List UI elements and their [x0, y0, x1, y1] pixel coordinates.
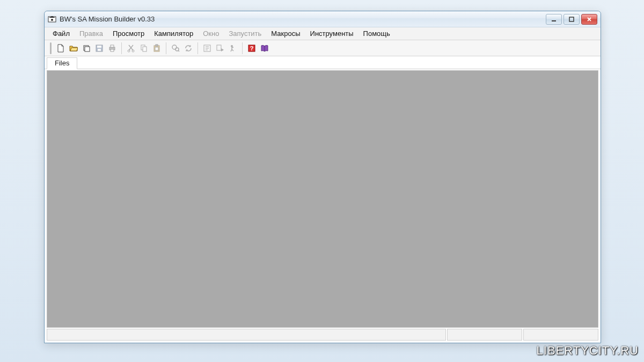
find-icon [171, 44, 180, 53]
menu-item-6[interactable]: Макросы [266, 28, 305, 39]
window-title: BW's SA Mission Builder v0.33 [60, 15, 543, 23]
menu-item-5: Запустить [224, 28, 266, 39]
menu-item-4: Окно [198, 28, 224, 39]
status-pane-3 [523, 329, 598, 341]
run-icon [229, 44, 237, 53]
svg-rect-5 [85, 47, 90, 51]
close-button[interactable] [581, 14, 597, 25]
svg-rect-3 [569, 17, 574, 21]
compile-icon [203, 44, 211, 53]
refresh-icon [184, 44, 193, 53]
menu-item-1: Правка [75, 28, 108, 39]
compile-run-icon [216, 44, 224, 53]
menu-item-0[interactable]: Файл [48, 28, 75, 39]
run-button [227, 42, 239, 54]
tab-files[interactable]: Files [47, 57, 77, 69]
new-file-icon [56, 44, 65, 53]
print-button [106, 42, 118, 54]
toolbar: ? [45, 40, 601, 56]
new-file-button[interactable] [55, 42, 67, 54]
svg-point-1 [51, 19, 53, 21]
menubar: ФайлПравкаПросмотрКампиляторОкноЗапустит… [45, 27, 601, 40]
svg-rect-2 [552, 20, 556, 21]
svg-rect-22 [217, 45, 221, 50]
open-file-icon [69, 44, 78, 53]
svg-rect-18 [155, 47, 158, 50]
compile-button [201, 42, 213, 54]
book-icon [260, 44, 269, 53]
app-icon [48, 15, 56, 24]
status-pane-1 [47, 329, 446, 341]
menu-item-8[interactable]: Помощь [358, 28, 395, 39]
svg-rect-11 [111, 49, 114, 51]
statusbar [47, 329, 598, 341]
menu-item-3[interactable]: Кампилятор [149, 28, 198, 39]
menu-item-7[interactable]: Инструменты [305, 28, 358, 39]
svg-text:?: ? [250, 45, 254, 51]
toolbar-separator [197, 42, 198, 54]
svg-rect-8 [98, 49, 101, 51]
save-button [93, 42, 105, 54]
open-multi-button[interactable] [80, 42, 92, 54]
svg-point-23 [231, 45, 233, 47]
toolbar-separator [121, 42, 122, 54]
copy-icon [140, 44, 148, 53]
toolbar-grip [50, 42, 52, 54]
refresh-button [182, 42, 194, 54]
book-button[interactable] [259, 42, 270, 54]
open-file-button[interactable] [68, 42, 79, 54]
toolbar-separator [242, 42, 243, 54]
svg-rect-17 [156, 45, 158, 46]
app-window: BW's SA Mission Builder v0.33 ФайлПравка… [44, 11, 601, 343]
copy-button [138, 42, 150, 54]
status-pane-2 [447, 329, 522, 341]
titlebar[interactable]: BW's SA Mission Builder v0.33 [45, 11, 601, 27]
save-icon [95, 44, 104, 53]
maximize-button[interactable] [564, 14, 580, 25]
svg-rect-15 [143, 47, 147, 51]
cut-button [125, 42, 137, 54]
svg-rect-10 [111, 45, 114, 47]
tabstrip: Files [45, 56, 601, 69]
minimize-button[interactable] [546, 14, 562, 25]
cut-icon [127, 44, 135, 53]
paste-button [151, 42, 163, 54]
compile-run-button [214, 42, 226, 54]
help-icon: ? [247, 44, 256, 53]
window-buttons [546, 14, 597, 25]
client-area [47, 70, 598, 328]
menu-item-2[interactable]: Просмотр [108, 28, 149, 39]
toolbar-separator [166, 42, 166, 54]
paste-icon [152, 44, 161, 53]
find-button [170, 42, 181, 54]
print-icon [108, 44, 116, 53]
help-button[interactable]: ? [246, 42, 258, 54]
watermark: LIBERTYCITY.RU [537, 344, 639, 358]
svg-rect-7 [97, 46, 101, 48]
open-multi-icon [82, 44, 91, 53]
